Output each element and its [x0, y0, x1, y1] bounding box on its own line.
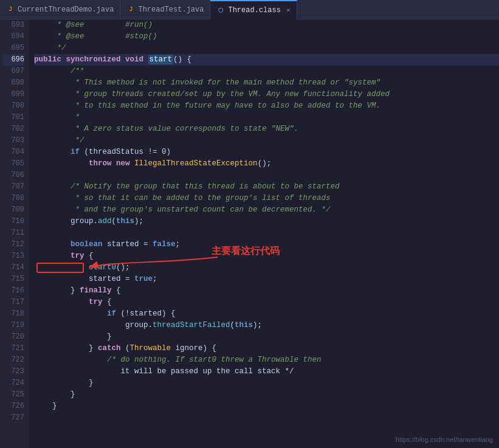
code-line: */ — [34, 43, 499, 54]
tab-current-thread-demo[interactable]: J CurrentThreadDemo.java — [0, 0, 120, 19]
line-number: 713 — [2, 250, 24, 262]
code-line: try { — [34, 250, 499, 262]
line-number: 708 — [2, 193, 24, 204]
line-number: 718 — [2, 308, 24, 320]
code-line — [34, 170, 499, 181]
line-number: 722 — [2, 354, 24, 366]
code-line: start0(); — [34, 262, 499, 274]
code-line: if (!started) { — [34, 308, 499, 320]
java-file-icon-2: J — [126, 5, 135, 14]
code-line: } — [34, 389, 499, 401]
code-line: boolean started = false; — [34, 239, 499, 250]
line-number: 712 — [2, 239, 24, 250]
line-number: 711 — [2, 227, 24, 239]
code-editor: 6936946956966976986997007017027037047057… — [0, 19, 499, 448]
line-number: 727 — [2, 412, 24, 424]
line-number: 698 — [2, 77, 24, 89]
line-number: 716 — [2, 285, 24, 297]
tab-close-button[interactable]: ✕ — [286, 6, 291, 14]
line-number: 700 — [2, 100, 24, 112]
code-line: * @see #stop() — [34, 31, 499, 43]
line-number: 707 — [2, 181, 24, 193]
code-content[interactable]: * @see #run() * @see #stop() */public sy… — [29, 19, 499, 448]
line-number: 717 — [2, 297, 24, 308]
code-line: } — [34, 331, 499, 343]
line-number: 697 — [2, 66, 24, 77]
code-line: * group threads created/set up by the VM… — [34, 89, 499, 100]
code-line: * so that it can be added to the group's… — [34, 193, 499, 204]
code-line: started = true; — [34, 274, 499, 285]
code-line: * to this method in the future may have … — [34, 100, 499, 112]
code-line: * A zero status value corresponds to sta… — [34, 123, 499, 135]
code-line: } finally { — [34, 285, 499, 297]
line-number: 720 — [2, 331, 24, 343]
code-line: * — [34, 112, 499, 123]
line-number: 715 — [2, 274, 24, 285]
code-line: group.add(this); — [34, 216, 499, 227]
line-numbers-gutter: 6936946956966976986997007017027037047057… — [0, 19, 29, 448]
line-number: 724 — [2, 377, 24, 389]
line-number: 695 — [2, 43, 24, 54]
code-line: throw new IllegalThreadStateException(); — [34, 158, 499, 170]
tab-bar: J CurrentThreadDemo.java J ThreadTest.ja… — [0, 0, 499, 19]
watermark: https://blog.csdn.net/tanwenliang — [396, 436, 493, 443]
tab-label-2: ThreadTest.java — [138, 5, 204, 14]
line-number: 701 — [2, 112, 24, 123]
code-line: } — [34, 377, 499, 389]
line-number: 726 — [2, 401, 24, 412]
code-line: * @see #run() — [34, 19, 499, 31]
line-number: 721 — [2, 343, 24, 354]
line-number: 723 — [2, 366, 24, 377]
line-number: 725 — [2, 389, 24, 401]
tab-thread-test[interactable]: J ThreadTest.java — [120, 0, 210, 19]
code-line: group.threadStartFailed(this); — [34, 320, 499, 331]
tab-label: CurrentThreadDemo.java — [18, 5, 114, 14]
code-line: * and the group's unstarted count can be… — [34, 204, 499, 216]
line-number: 704 — [2, 146, 24, 158]
code-line: public synchronized void start() { — [34, 54, 499, 66]
code-line: } catch (Throwable ignore) { — [34, 343, 499, 354]
line-number: 696 — [2, 54, 24, 66]
line-number: 699 — [2, 89, 24, 100]
line-number: 706 — [2, 170, 24, 181]
code-line: it will be passed up the call stack */ — [34, 366, 499, 377]
code-line: try { — [34, 297, 499, 308]
class-file-icon: ⬡ — [216, 6, 225, 15]
line-number: 694 — [2, 31, 24, 43]
line-number: 702 — [2, 123, 24, 135]
code-line — [34, 412, 499, 424]
line-number: 709 — [2, 204, 24, 216]
code-line: */ — [34, 135, 499, 146]
line-number: 703 — [2, 135, 24, 146]
code-line: * This method is not invoked for the mai… — [34, 77, 499, 89]
line-number: 714 — [2, 262, 24, 274]
code-line: if (threadStatus != 0) — [34, 146, 499, 158]
tab-label-3: Thread.class — [228, 6, 280, 15]
code-line: /* do nothing. If start0 threw a Throwab… — [34, 354, 499, 366]
line-number: 719 — [2, 320, 24, 331]
java-file-icon: J — [6, 5, 15, 14]
code-line: /** — [34, 66, 499, 77]
code-line — [34, 227, 499, 239]
code-line: } — [34, 401, 499, 412]
code-line: /* Notify the group that this thread is … — [34, 181, 499, 193]
line-number: 705 — [2, 158, 24, 170]
line-number: 693 — [2, 19, 24, 31]
tab-thread-class[interactable]: ⬡ Thread.class ✕ — [210, 0, 297, 19]
line-number: 710 — [2, 216, 24, 227]
